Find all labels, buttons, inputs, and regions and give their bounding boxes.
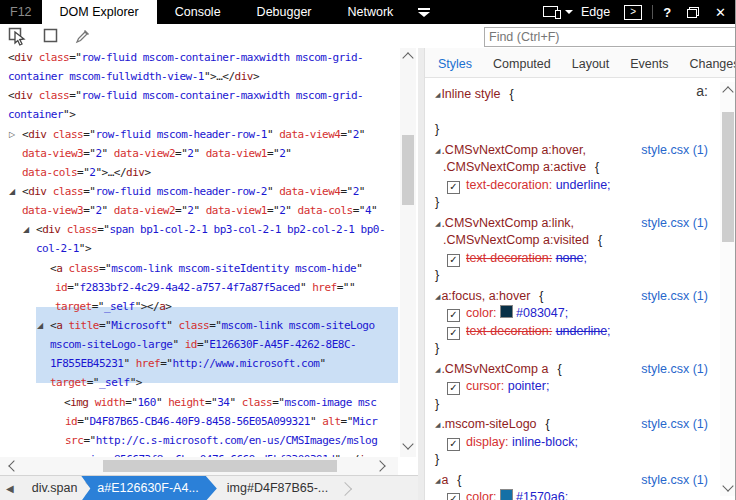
css-selector[interactable]: .CMSvNextComp a — [441, 362, 548, 376]
css-property-row[interactable]: ✓color: #1570a6; — [435, 489, 720, 500]
css-selector[interactable]: .CMSvNextComp a:visited — [435, 233, 589, 247]
scroll-up-icon[interactable] — [402, 52, 413, 63]
css-selector-line[interactable]: ◢.CMSvNextComp a{style.csx (1) — [435, 361, 720, 379]
css-selector[interactable]: Inline style — [441, 87, 500, 101]
breadcrumb-back-icon[interactable]: ◀ — [6, 483, 14, 494]
css-property-row[interactable]: ✓color: #083047; — [435, 305, 720, 323]
property-checkbox[interactable]: ✓ — [447, 254, 460, 267]
property-value[interactable]: underline — [556, 178, 607, 192]
dom-tree-line[interactable]: <a class="mscom-link mscom-siteIdentity … — [0, 259, 398, 278]
tab-network[interactable]: Network — [330, 0, 412, 24]
device-dropdown-caret-icon[interactable] — [565, 10, 573, 14]
property-checkbox[interactable]: ✓ — [447, 382, 460, 395]
color-swatch[interactable] — [500, 489, 513, 500]
css-property-row[interactable]: ✓cursor: pointer; — [435, 378, 720, 396]
dom-tree-line[interactable]: version=856673f8-e6be-0476-6669-d5bf2300… — [0, 450, 398, 457]
breadcrumb-item[interactable]: a#E126630F-A4... — [81, 476, 216, 500]
stylesheet-link[interactable]: style.csx (1) — [641, 215, 708, 233]
element-highlight-icon[interactable] — [42, 27, 60, 45]
unpin-window-button[interactable] — [687, 7, 699, 18]
property-value[interactable]: underline — [556, 324, 607, 338]
property-value[interactable]: pointer — [508, 379, 546, 393]
scroll-left-icon[interactable] — [8, 460, 19, 471]
property-checkbox[interactable]: ✓ — [447, 309, 460, 322]
scroll-right-icon[interactable] — [374, 460, 385, 471]
property-name[interactable]: color: — [466, 306, 497, 320]
styles-vertical-scrollbar[interactable] — [720, 82, 736, 496]
property-name[interactable]: color: — [466, 490, 497, 500]
stylesheet-link[interactable]: style.csx (1) — [641, 288, 708, 306]
help-button[interactable]: ? — [663, 5, 671, 20]
dom-tree-horizontal-scrollbar[interactable] — [0, 457, 398, 475]
color-swatch[interactable] — [500, 305, 513, 318]
css-selector-line[interactable]: ◢.CMSvNextComp a:hover,style.csx (1) — [435, 142, 720, 160]
dom-tree-line[interactable]: <div class="row-fluid mscom-container-ma… — [0, 86, 398, 105]
css-selector-line[interactable]: .CMSvNextComp a:visited{ — [435, 232, 720, 250]
expanded-arrow-icon[interactable]: ◢ — [435, 477, 440, 485]
device-emulation-icon[interactable] — [543, 6, 561, 18]
panel-splitter[interactable] — [418, 48, 425, 500]
css-property-row[interactable]: ✓text-decoration: none; — [435, 250, 720, 268]
breadcrumb-item[interactable]: img#D4F87B65-... — [217, 476, 338, 500]
dom-tree-line[interactable]: src="http://c.s-microsoft.com/en-us/CMSI… — [0, 431, 398, 450]
expanded-arrow-icon[interactable]: ◢ — [435, 91, 440, 99]
property-value[interactable]: inline-block — [512, 435, 575, 449]
property-value[interactable]: #1570a6 — [516, 490, 565, 500]
dom-tree-line[interactable]: container"> — [0, 105, 398, 124]
expanded-arrow-icon[interactable]: ◢ — [23, 220, 29, 239]
dom-tree-line[interactable]: ▷<div class="row-fluid mscom-header-row-… — [0, 125, 398, 144]
property-value[interactable]: none — [556, 251, 584, 265]
close-button[interactable]: ✕ — [715, 5, 726, 20]
css-selector-line[interactable]: ◢a{style.csx (1) — [435, 472, 720, 490]
expanded-arrow-icon[interactable]: ◢ — [37, 316, 43, 335]
property-value[interactable]: #083047 — [516, 306, 565, 320]
select-element-icon[interactable] — [8, 27, 28, 46]
dom-tree-line[interactable]: <img width="160" height="34" class="msco… — [0, 393, 398, 412]
property-name[interactable]: text-decoration: — [466, 178, 552, 192]
dom-tree-line[interactable]: ◢<div class="row-fluid mscom-header-row-… — [0, 182, 398, 201]
css-selector-line[interactable]: .CMSvNextComp a:active{ — [435, 159, 720, 177]
css-selector-line[interactable]: ◢a:focus, a:hover{style.csx (1) — [435, 288, 720, 306]
property-name[interactable]: cursor: — [466, 379, 504, 393]
css-selector[interactable]: .CMSvNextComp a:link, — [441, 216, 574, 230]
css-property-row[interactable]: ✓display: inline-block; — [435, 434, 720, 452]
styles-tab-changes[interactable]: Changes — [689, 57, 736, 71]
find-input[interactable] — [484, 27, 736, 47]
property-checkbox[interactable]: ✓ — [447, 327, 460, 340]
dom-tree-line[interactable]: target="_self"> — [0, 373, 398, 392]
styles-tab-styles[interactable]: Styles — [438, 57, 472, 71]
tab-console[interactable]: Console — [157, 0, 239, 24]
property-name[interactable]: display: — [466, 435, 508, 449]
expanded-arrow-icon[interactable]: ◢ — [9, 182, 15, 201]
tab-dom-explorer[interactable]: DOM Explorer — [42, 0, 157, 24]
dom-tree-line[interactable]: id="f2833bf2-4c29-4a42-a757-4f7a87f5aced… — [0, 278, 398, 297]
css-selector[interactable]: .CMSvNextComp a:hover, — [441, 143, 586, 157]
styles-tab-events[interactable]: Events — [630, 57, 668, 71]
tab-debugger[interactable]: Debugger — [239, 0, 330, 24]
scroll-up-icon[interactable] — [722, 86, 733, 97]
dom-tree-line[interactable]: target="_self"></a> — [0, 297, 398, 316]
expanded-arrow-icon[interactable]: ◢ — [435, 421, 440, 429]
styles-tab-computed[interactable]: Computed — [493, 57, 551, 71]
collapsed-arrow-icon[interactable]: ▷ — [9, 125, 15, 144]
css-property-row[interactable]: ✓text-decoration: underline; — [435, 323, 720, 341]
expanded-arrow-icon[interactable]: ◢ — [435, 366, 440, 374]
dom-tree-line[interactable]: id="D4F87B65-CB46-40F9-8458-56E05A099321… — [0, 412, 398, 431]
stylesheet-link[interactable]: style.csx (1) — [641, 472, 708, 490]
css-selector-line[interactable]: ◢.mscom-siteLogo{style.csx (1) — [435, 416, 720, 434]
expanded-arrow-icon[interactable]: ◢ — [435, 220, 440, 228]
color-picker-icon[interactable] — [74, 27, 92, 45]
expanded-arrow-icon[interactable]: ◢ — [435, 293, 440, 301]
scroll-down-icon[interactable] — [722, 480, 733, 491]
scrollbar-thumb[interactable] — [103, 460, 337, 472]
property-name[interactable]: text-decoration: — [466, 251, 552, 265]
property-checkbox[interactable]: ✓ — [447, 493, 460, 500]
dom-tree-line[interactable]: ◢<a title="Microsoft" class="mscom-link … — [0, 316, 398, 335]
dom-tree-vertical-scrollbar[interactable] — [400, 48, 416, 457]
styles-tab-layout[interactable]: Layout — [572, 57, 610, 71]
css-selector[interactable]: .CMSvNextComp a:active — [435, 160, 586, 174]
property-name[interactable]: text-decoration: — [466, 324, 552, 338]
dom-tree-line[interactable]: 1F855EB45231" href="http://www.microsoft… — [0, 354, 398, 373]
css-property-row[interactable]: ✓text-decoration: underline; — [435, 177, 720, 195]
dom-tree-line[interactable]: col-2-1"> — [0, 239, 398, 258]
